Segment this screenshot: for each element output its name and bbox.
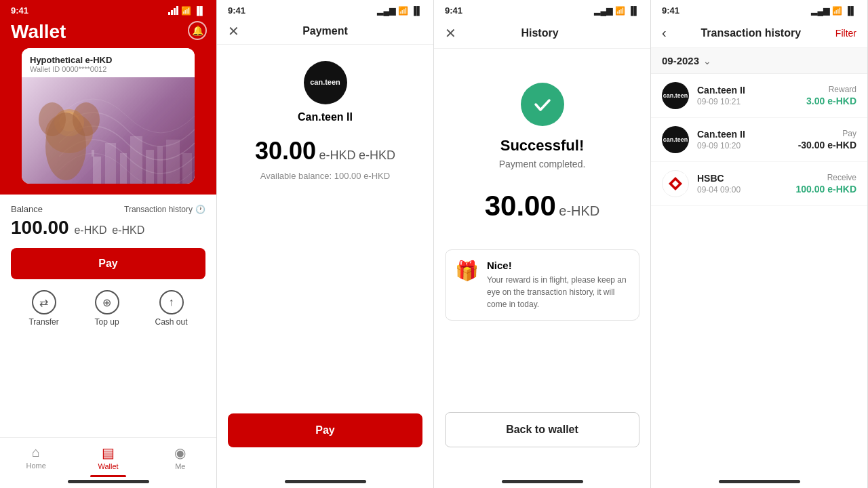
success-title: Successful! [500, 137, 585, 155]
home-indicator-4 [651, 474, 867, 488]
tx-initials-2: can.teen [663, 136, 688, 143]
back-to-wallet-button[interactable]: Back to wallet [445, 412, 639, 447]
tx-amount-col-3: Receive 100.00 e-HKD [796, 173, 857, 195]
merchant-name: Can.teen II [217, 111, 433, 123]
tx-item-2: can.teen Can.teen II 09-09 10:20 Pay -30… [651, 118, 867, 162]
svg-rect-10 [130, 136, 142, 184]
nav-wallet-label: Wallet [98, 462, 118, 470]
nav-wallet[interactable]: ▤ Wallet [72, 443, 144, 472]
wallet-card: Hypothetical e-HKD Wallet ID 0000****001… [22, 48, 195, 184]
nav-home-label: Home [26, 462, 45, 470]
wifi-icon-4: 📶 [832, 6, 842, 16]
tx-value-1: 3.00 e-HKD [806, 96, 856, 106]
battery-icon-3: ▐▌ [628, 6, 639, 16]
tx-avatar-2: can.teen [662, 126, 689, 153]
reward-emoji: 🎁 [455, 260, 479, 282]
close-success-button[interactable]: ✕ [445, 25, 456, 41]
balance-unit-text: e-HKD [112, 224, 144, 236]
success-unit: e-HKD [559, 203, 599, 218]
month-label: 09-2023 [662, 55, 699, 66]
tx-type-1: Reward [806, 85, 856, 94]
home-bar-3 [502, 480, 583, 483]
success-amount: 30.00 [485, 190, 556, 222]
battery-icon: ▐▌ [194, 6, 205, 16]
wallet-card-header: Hypothetical e-HKD Wallet ID 0000****001… [22, 48, 195, 77]
cashout-action[interactable]: ↑ Cash out [155, 290, 187, 327]
balance-display: 100.00 e-HKD e-HKD [11, 217, 205, 239]
wallet-title: Wallet [11, 21, 205, 43]
cashout-label: Cash out [155, 317, 187, 327]
signal-icon-3: ▂▄▆ [594, 6, 612, 16]
battery-icon-4: ▐▌ [845, 6, 856, 16]
success-header: ✕ History [434, 18, 650, 49]
nav-home[interactable]: ⌂ Home [0, 443, 72, 472]
payment-unit: e-HKD [319, 148, 356, 162]
tx-type-3: Receive [796, 173, 857, 182]
cashout-icon: ↑ [159, 290, 184, 314]
tx-value-2: -30.00 e-HKD [798, 140, 856, 150]
svg-rect-14 [182, 153, 192, 184]
home-icon: ⌂ [32, 445, 40, 460]
tx-date-2: 09-09 10:20 [697, 141, 790, 150]
payment-content: can.teen Can.teen II 30.00 e-HKD e-HKD A… [217, 45, 433, 474]
tx-avatar-3 [662, 170, 689, 197]
tx-date-1: 09-09 10:21 [697, 97, 798, 106]
success-screen: 9:41 ▂▄▆ 📶 ▐▌ ✕ History Successful! Paym… [434, 0, 651, 488]
pay-action-button[interactable]: Pay [228, 413, 422, 447]
svg-point-4 [39, 102, 66, 136]
topup-action[interactable]: ⊕ Top up [95, 290, 119, 327]
history-screen: 9:41 ▂▄▆ 📶 ▐▌ ‹ Transaction history Filt… [651, 0, 868, 488]
month-selector[interactable]: 09-2023 ⌄ [651, 48, 867, 74]
tx-back-button[interactable]: ‹ [662, 25, 667, 41]
merchant-avatar: can.teen [304, 61, 347, 104]
status-icons-4: ▂▄▆ 📶 ▐▌ [811, 6, 856, 16]
signal-icon-4: ▂▄▆ [811, 6, 829, 16]
wallet-screen: 9:41 📶 ▐▌ 🔔 Wallet Hypothetical e-HKD Wa… [0, 0, 217, 488]
check-circle [521, 83, 564, 126]
tx-header-title: Transaction history [701, 27, 801, 39]
card-artwork [22, 75, 195, 184]
time-2: 9:41 [228, 5, 245, 16]
tx-history-link[interactable]: Transaction history 🕐 [124, 205, 205, 214]
pay-button[interactable]: Pay [11, 248, 205, 279]
close-payment-button[interactable]: ✕ [228, 23, 239, 39]
svg-rect-7 [92, 150, 94, 157]
balance-unit: e-HKD [74, 224, 106, 236]
wifi-icon-2: 📶 [398, 6, 408, 16]
success-header-title: History [521, 27, 558, 39]
battery-icon-2: ▐▌ [411, 6, 422, 16]
svg-rect-11 [146, 150, 154, 184]
tx-name-2: Can.teen II [697, 129, 790, 140]
svg-rect-8 [105, 143, 116, 184]
tx-info-1: Can.teen II 09-09 10:21 [697, 85, 798, 106]
tx-list: can.teen Can.teen II 09-09 10:21 Reward … [651, 74, 867, 474]
balance-label: Balance [11, 204, 43, 214]
tx-filter-button[interactable]: Filter [835, 28, 856, 39]
svg-rect-9 [120, 153, 127, 184]
topup-icon: ⊕ [95, 290, 119, 314]
wifi-icon-3: 📶 [615, 6, 625, 16]
topup-label: Top up [95, 317, 119, 327]
home-indicator-2 [217, 474, 433, 488]
nav-me[interactable]: ◉ Me [144, 443, 216, 472]
checkmark-svg [530, 92, 555, 117]
hsbc-logo-svg [666, 174, 685, 193]
clock-icon: 🕐 [195, 205, 205, 214]
balance-row: Balance Transaction history 🕐 [11, 204, 205, 214]
nav-me-label: Me [175, 462, 185, 470]
tx-date-3: 09-04 09:00 [697, 185, 788, 195]
tx-amount-col-1: Reward 3.00 e-HKD [806, 85, 856, 106]
time-4: 9:41 [662, 5, 679, 16]
wallet-body-inner: Balance Transaction history 🕐 100.00 e-H… [0, 195, 216, 437]
tx-info-2: Can.teen II 09-09 10:20 [697, 129, 790, 150]
payment-unit-text: e-HKD [359, 148, 395, 162]
status-bar-4: 9:41 ▂▄▆ 📶 ▐▌ [651, 0, 867, 18]
transfer-action[interactable]: ⇄ Transfer [28, 290, 58, 327]
success-subtitle: Payment completed. [499, 159, 586, 169]
bottom-nav: ⌂ Home ▤ Wallet ◉ Me [0, 437, 216, 474]
merchant-initials: can.teen [310, 78, 340, 87]
notification-bell[interactable]: 🔔 [188, 21, 207, 40]
payment-screen: 9:41 ▂▄▆ 📶 ▐▌ ✕ Payment can.teen Can.tee… [217, 0, 434, 488]
city-svg [86, 116, 195, 184]
tx-name-3: HSBC [697, 173, 788, 184]
